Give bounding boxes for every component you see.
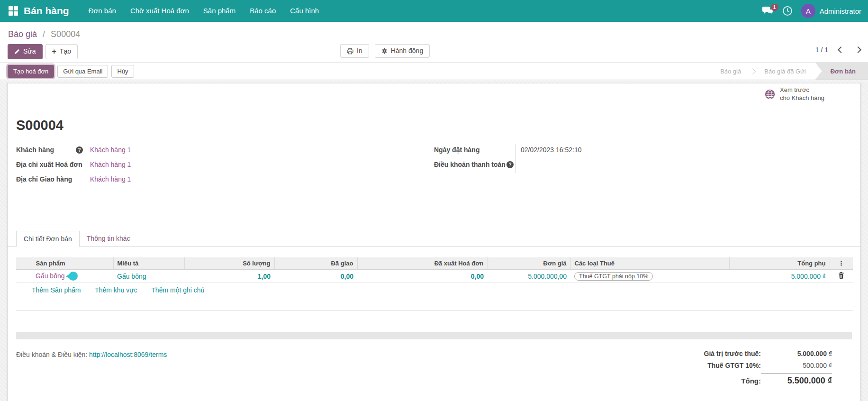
gear-icon bbox=[381, 48, 388, 54]
breadcrumb-parent[interactable]: Báo giá bbox=[8, 29, 37, 39]
statusbar: Tạo hoá đơn Gửi qua Email Hủy Báo giá Bá… bbox=[0, 62, 868, 80]
optional-columns-toggle-icon[interactable]: ⋮ bbox=[830, 257, 853, 270]
sheet-header-strip: Xem trước cho Khách hàng bbox=[8, 83, 860, 105]
col-invoiced[interactable]: Đã xuất Hoá đơn bbox=[357, 257, 488, 270]
add-note-link[interactable]: Thêm một ghi chú bbox=[151, 286, 204, 294]
sale-order-sheet: Xem trước cho Khách hàng S00004 Khách hà… bbox=[7, 83, 861, 401]
notebook-tabs: Chi tiết Đơn bán Thông tin khác bbox=[8, 230, 860, 247]
field-value-payment-terms[interactable] bbox=[515, 158, 852, 173]
order-line-row[interactable]: Gấu bông Gấu bông 1,00 0,00 0,00 5.000.0… bbox=[16, 270, 853, 283]
menu-bao-cao[interactable]: Báo cáo bbox=[243, 0, 283, 22]
breadcrumb-divider: / bbox=[43, 29, 45, 39]
activity-clock-icon[interactable] bbox=[782, 6, 793, 16]
messages-badge: 1 bbox=[771, 4, 778, 11]
action-button[interactable]: Hành động bbox=[375, 44, 430, 58]
product-badge-icon[interactable] bbox=[69, 272, 78, 281]
terms-link[interactable]: http://localhost:8069/terms bbox=[89, 351, 167, 358]
col-subtotal[interactable]: Tổng phụ bbox=[729, 257, 830, 270]
pager: 1 / 1 bbox=[815, 46, 860, 54]
field-label-payment-terms: Điều khoản thanh toán bbox=[434, 158, 515, 168]
top-navbar: Bán hàng Đơn bán Chờ xuất Hoá đơn Sản ph… bbox=[0, 0, 868, 22]
help-icon[interactable] bbox=[76, 146, 83, 154]
edit-button[interactable]: Sửa bbox=[8, 44, 43, 59]
menu-cau-hinh[interactable]: Cấu hình bbox=[283, 0, 326, 22]
sheet-footer: Điều khoản & Điều kiện: http://localhost… bbox=[16, 350, 852, 390]
tab-order-lines[interactable]: Chi tiết Đơn bán bbox=[16, 231, 80, 247]
pencil-icon bbox=[14, 49, 20, 55]
cell-invoiced[interactable]: 0,00 bbox=[357, 270, 488, 283]
print-button[interactable]: In bbox=[340, 44, 369, 58]
printer-icon bbox=[347, 48, 353, 55]
menu-don-ban[interactable]: Đơn bán bbox=[81, 0, 123, 22]
field-label-delivery-address: Địa chỉ Giao hàng bbox=[16, 173, 85, 183]
totals-block: Giá trị trước thuế: 5.000.000 ₫ Thuế GTG… bbox=[704, 350, 832, 390]
col-quantity[interactable]: Số lượng bbox=[184, 257, 274, 270]
menu-cho-xuat-hoa-don[interactable]: Chờ xuất Hoá đơn bbox=[123, 0, 196, 22]
create-button-label: Tạo bbox=[60, 48, 71, 55]
delete-line-cell[interactable] bbox=[830, 270, 853, 283]
status-steps: Báo giá Báo giá đã Gửi Đơn bán bbox=[711, 63, 868, 80]
col-product[interactable]: Sản phẩm bbox=[32, 257, 113, 270]
app-name[interactable]: Bán hàng bbox=[24, 5, 69, 17]
help-icon[interactable] bbox=[506, 161, 514, 168]
tax-amount-label: Thuế GTGT 10%: bbox=[707, 362, 761, 369]
apps-menu-icon[interactable] bbox=[9, 6, 18, 16]
cell-delivered[interactable]: 0,00 bbox=[274, 270, 357, 283]
field-value-invoice-address[interactable]: Khách hàng 1 bbox=[85, 158, 434, 173]
product-link[interactable]: Gấu bông bbox=[36, 272, 65, 280]
pager-previous-icon[interactable] bbox=[838, 46, 844, 53]
col-delivered[interactable]: Đã giao bbox=[274, 257, 357, 270]
cell-description[interactable]: Gấu bông bbox=[113, 270, 184, 283]
cell-subtotal: 5.000.000 ₫ bbox=[729, 270, 830, 283]
tab-other-info[interactable]: Thông tin khác bbox=[80, 231, 137, 247]
step-don-ban[interactable]: Đơn bán bbox=[815, 63, 868, 80]
control-panel: Sửa + Tạo In bbox=[0, 43, 868, 62]
step-bao-gia[interactable]: Báo giá bbox=[711, 63, 750, 80]
messages-icon[interactable]: 1 bbox=[762, 7, 774, 16]
menu-san-pham[interactable]: Sản phẩm bbox=[196, 0, 243, 22]
send-by-email-button[interactable]: Gửi qua Email bbox=[57, 65, 108, 78]
untaxed-amount-row: Giá trị trước thuế: 5.000.000 ₫ bbox=[704, 350, 832, 357]
field-value-delivery-address[interactable]: Khách hàng 1 bbox=[85, 173, 434, 188]
total-row: Tổng: 5.500.000 ₫ bbox=[704, 374, 832, 386]
field-label-invoice-address: Địa chỉ xuất Hoá đơn bbox=[16, 158, 85, 168]
empty-row bbox=[16, 297, 853, 310]
col-description[interactable]: Miêu tả bbox=[113, 257, 184, 270]
form-view-background: Xem trước cho Khách hàng S00004 Khách hà… bbox=[0, 80, 868, 401]
col-taxes[interactable]: Các loại Thuế bbox=[570, 257, 729, 270]
step-bao-gia-da-gui[interactable]: Báo giá đã Gửi bbox=[755, 63, 815, 80]
field-value-customer[interactable]: Khách hàng 1 bbox=[85, 144, 434, 158]
col-unit-price[interactable]: Đơn giá bbox=[488, 257, 570, 270]
create-invoice-button[interactable]: Tạo hoá đơn bbox=[8, 65, 54, 78]
pager-value: 1 / 1 bbox=[815, 46, 828, 54]
tax-amount-row: Thuế GTGT 10%: 500.000 ₫ bbox=[704, 362, 832, 369]
create-button[interactable]: + Tạo bbox=[45, 44, 78, 59]
globe-icon bbox=[765, 89, 775, 100]
add-section-link[interactable]: Thêm khu vực bbox=[95, 286, 137, 294]
tax-amount-value: 500.000 ₫ bbox=[761, 362, 832, 369]
add-line-links-row: Thêm Sản phẩm Thêm khu vực Thêm một ghi … bbox=[16, 283, 853, 298]
action-button-label: Hành động bbox=[391, 47, 424, 55]
user-menu[interactable]: A Administrator bbox=[801, 4, 861, 18]
print-button-label: In bbox=[357, 47, 362, 55]
tax-tag[interactable]: Thuế GTGT phải nộp 10% bbox=[574, 272, 653, 281]
cell-quantity[interactable]: 1,00 bbox=[184, 270, 274, 283]
trash-icon[interactable] bbox=[838, 272, 844, 280]
order-title: S00004 bbox=[16, 118, 860, 133]
pager-next-icon[interactable] bbox=[855, 46, 861, 53]
field-value-order-date[interactable]: 02/02/2023 16:52:10 bbox=[515, 144, 852, 158]
customer-preview-label: Xem trước cho Khách hàng bbox=[780, 86, 824, 102]
edit-button-label: Sửa bbox=[23, 48, 36, 55]
field-label-order-date: Ngày đặt hàng bbox=[434, 144, 515, 154]
cancel-button[interactable]: Hủy bbox=[111, 65, 134, 78]
cell-product[interactable]: Gấu bông bbox=[32, 270, 113, 283]
customer-preview-button[interactable]: Xem trước cho Khách hàng bbox=[754, 83, 860, 105]
handle-column-header bbox=[16, 257, 32, 270]
order-lines-table: Sản phẩm Miêu tả Số lượng Đã giao Đã xuấ… bbox=[16, 257, 853, 311]
add-product-link[interactable]: Thêm Sản phẩm bbox=[32, 286, 81, 294]
row-handle[interactable] bbox=[16, 270, 32, 283]
cell-unit-price[interactable]: 5.000.000,00 bbox=[488, 270, 570, 283]
total-label: Tổng: bbox=[741, 377, 761, 385]
table-header-row: Sản phẩm Miêu tả Số lượng Đã giao Đã xuấ… bbox=[16, 257, 853, 270]
cell-taxes[interactable]: Thuế GTGT phải nộp 10% bbox=[570, 270, 729, 283]
